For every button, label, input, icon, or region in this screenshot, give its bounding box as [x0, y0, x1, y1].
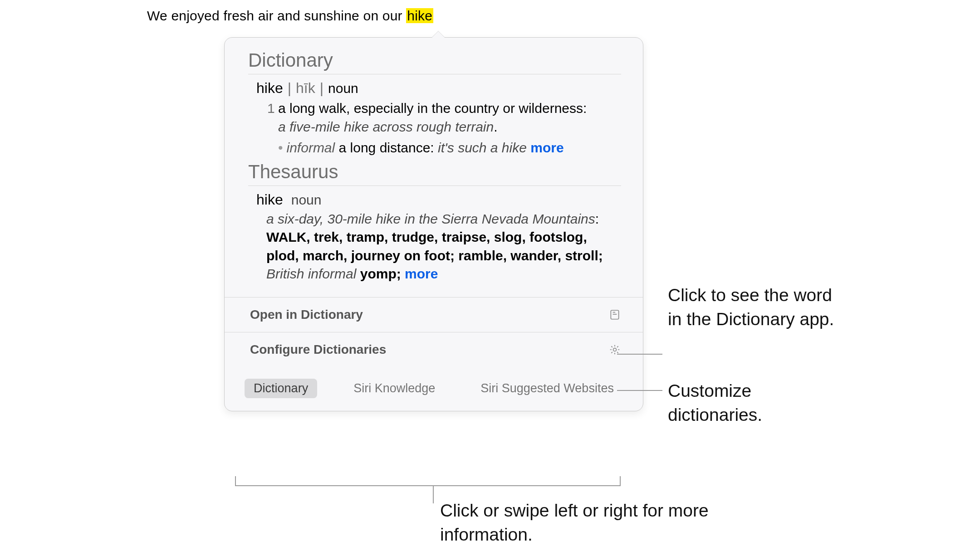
thesaurus-heading: Thesaurus	[248, 161, 621, 186]
definition-text: a long walk, especially in the country o…	[278, 101, 587, 116]
bullet-icon: •	[278, 140, 287, 155]
thesaurus-colon: :	[595, 211, 599, 226]
sense-number: 1	[267, 99, 278, 118]
part-of-speech: noun	[328, 81, 358, 96]
lookup-popover: Dictionary hike | hīk | noun 1a long wal…	[224, 37, 643, 411]
synonyms-list: , trek, tramp, trudge, traipse, slog, fo…	[266, 229, 603, 263]
tab-siri-suggested-websites[interactable]: Siri Suggested Websites	[471, 379, 623, 398]
sentence-prefix: We enjoyed fresh air and sunshine on our	[147, 8, 406, 23]
open-in-dictionary-label: Open in Dictionary	[250, 307, 363, 322]
open-in-dictionary-row[interactable]: Open in Dictionary	[225, 297, 643, 332]
dictionary-entry-header: hike | hīk | noun	[248, 80, 621, 97]
callout-open-dictionary: Click to see the word in the Dictionary …	[668, 283, 849, 331]
svg-rect-0	[611, 310, 618, 319]
thesaurus-section: Thesaurus hike noun a six-day, 30-mile h…	[225, 161, 643, 287]
callout-configure: Customize dictionaries.	[668, 379, 831, 427]
dictionary-word: hike	[256, 80, 283, 97]
pronunciation: hīk	[296, 80, 315, 97]
separator-pipe: |	[320, 80, 323, 97]
callout-tabs: Click or swipe left or right for more in…	[440, 499, 721, 546]
sub-example: it's such a hike	[438, 140, 527, 155]
primary-synonym: WALK	[266, 229, 306, 244]
tab-siri-knowledge[interactable]: Siri Knowledge	[344, 379, 444, 398]
lookup-tab-bar: Dictionary Siri Knowledge Siri Suggested…	[225, 367, 643, 411]
configure-dictionaries-row[interactable]: Configure Dictionaries	[225, 332, 643, 367]
definition-example: a five-mile hike across rough terrain	[278, 119, 494, 134]
usage-label-informal: informal	[287, 140, 335, 155]
callout-bracket	[235, 476, 621, 486]
callout-line	[617, 354, 662, 355]
thesaurus-example: a six-day, 30-mile hike in the Sierra Ne…	[266, 211, 595, 226]
separator-pipe: |	[288, 80, 291, 97]
dictionary-more-link[interactable]: more	[530, 140, 564, 155]
tab-dictionary[interactable]: Dictionary	[245, 379, 317, 398]
sub-definition: a long distance:	[339, 140, 434, 155]
callout-line	[617, 390, 662, 391]
dictionary-app-icon	[608, 308, 621, 321]
highlighted-word[interactable]: hike	[406, 8, 433, 23]
regional-synonym: yomp;	[356, 266, 405, 281]
configure-dictionaries-label: Configure Dictionaries	[250, 342, 386, 357]
callout-bracket-stem	[433, 486, 434, 503]
source-sentence: We enjoyed fresh air and sunshine on our…	[147, 8, 433, 24]
dictionary-section: Dictionary hike | hīk | noun 1a long wal…	[225, 49, 643, 161]
dictionary-definition-body: 1a long walk, especially in the country …	[248, 99, 621, 157]
dictionary-heading: Dictionary	[248, 49, 621, 74]
svg-point-3	[613, 348, 617, 351]
thesaurus-entry-header: hike noun	[248, 191, 621, 208]
example-terminator: .	[494, 119, 497, 134]
thesaurus-more-link[interactable]: more	[405, 266, 438, 281]
thesaurus-body: a six-day, 30-mile hike in the Sierra Ne…	[248, 210, 621, 283]
regional-label: British informal	[266, 266, 356, 281]
thesaurus-word: hike	[256, 191, 283, 208]
thesaurus-part-of-speech: noun	[288, 192, 322, 208]
